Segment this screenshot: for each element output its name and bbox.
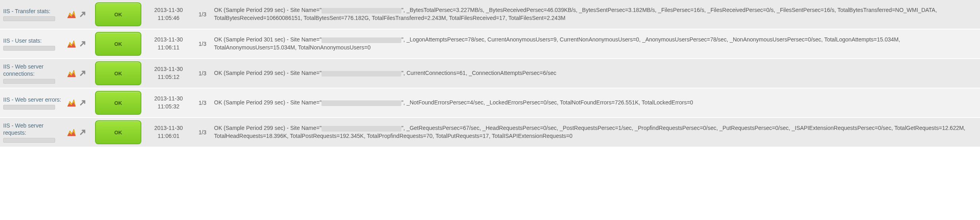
monitor-name-cell: IIS - Web server connections: <box>3 63 67 84</box>
open-link-icon[interactable] <box>79 70 86 77</box>
detail-text: OK (Sample Period 299 sec) - Site Name="… <box>212 6 977 22</box>
monitor-table: IIS - Transfer stats: OK 2013-11-30 11:0… <box>0 0 980 147</box>
timestamp: 2013-11-30 11:05:32 <box>145 95 192 110</box>
timestamp: 2013-11-30 11:06:01 <box>145 124 192 140</box>
status-badge[interactable]: OK <box>95 120 141 144</box>
progress-bar <box>3 138 55 143</box>
status-badge[interactable]: OK <box>95 61 141 85</box>
table-row: IIS - Web server errors: OK 2013-11-30 1… <box>0 88 980 118</box>
attempt-count: 1/3 <box>192 100 212 106</box>
redacted-site-name <box>321 71 401 77</box>
detail-text: OK (Sample Period 299 sec) - Site Name="… <box>212 124 977 140</box>
redacted-site-name <box>321 8 401 14</box>
attempt-count: 1/3 <box>192 11 212 18</box>
table-row: IIS - User stats: OK 2013-11-30 11:06:11… <box>0 29 980 59</box>
open-link-icon[interactable] <box>79 11 86 18</box>
timestamp: 2013-11-30 11:06:11 <box>145 36 192 51</box>
open-link-icon[interactable] <box>79 40 86 47</box>
chart-icon[interactable] <box>67 40 76 48</box>
status-badge[interactable]: OK <box>95 2 141 26</box>
progress-bar <box>3 46 55 51</box>
progress-bar <box>3 105 55 110</box>
monitor-name-cell: IIS - Web server requests: <box>3 122 67 143</box>
monitor-name[interactable]: IIS - Transfer stats: <box>3 8 64 15</box>
detail-text: OK (Sample Period 301 sec) - Site Name="… <box>212 36 977 51</box>
monitor-name[interactable]: IIS - User stats: <box>3 37 64 44</box>
monitor-name[interactable]: IIS - Web server errors: <box>3 96 64 103</box>
redacted-site-name <box>321 126 401 132</box>
status-badge[interactable]: OK <box>95 32 141 56</box>
open-link-icon[interactable] <box>79 99 86 106</box>
attempt-count: 1/3 <box>192 129 212 136</box>
progress-bar <box>3 16 55 21</box>
table-row: IIS - Web server connections: OK 2013-11… <box>0 59 980 88</box>
redacted-site-name <box>321 37 401 43</box>
table-row: IIS - Web server requests: OK 2013-11-30… <box>0 118 980 147</box>
monitor-name[interactable]: IIS - Web server requests: <box>3 122 64 136</box>
status-badge[interactable]: OK <box>95 91 141 115</box>
chart-icon[interactable] <box>67 10 76 18</box>
monitor-name-cell: IIS - Web server errors: <box>3 96 67 110</box>
attempt-count: 1/3 <box>192 41 212 47</box>
timestamp: 2013-11-30 11:05:46 <box>145 6 192 22</box>
monitor-name[interactable]: IIS - Web server connections: <box>3 63 64 77</box>
table-row: IIS - Transfer stats: OK 2013-11-30 11:0… <box>0 0 980 29</box>
detail-text: OK (Sample Period 299 sec) - Site Name="… <box>212 69 977 77</box>
chart-icon[interactable] <box>67 69 76 77</box>
redacted-site-name <box>321 100 401 106</box>
chart-icon[interactable] <box>67 128 76 136</box>
open-link-icon[interactable] <box>79 129 86 136</box>
progress-bar <box>3 79 55 84</box>
monitor-name-cell: IIS - User stats: <box>3 37 67 51</box>
monitor-name-cell: IIS - Transfer stats: <box>3 8 67 21</box>
timestamp: 2013-11-30 11:05:12 <box>145 65 192 81</box>
attempt-count: 1/3 <box>192 70 212 77</box>
chart-icon[interactable] <box>67 99 76 107</box>
detail-text: OK (Sample Period 299 sec) - Site Name="… <box>212 99 977 107</box>
